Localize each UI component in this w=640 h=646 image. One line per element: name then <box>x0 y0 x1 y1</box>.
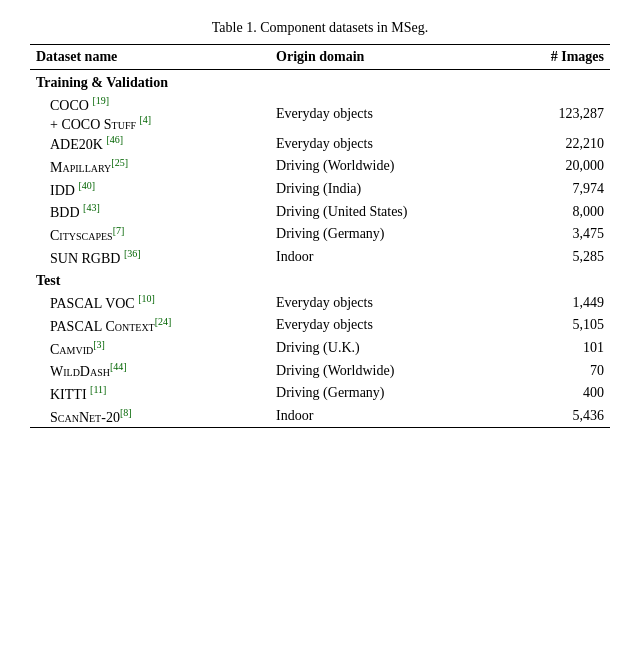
dataset-name-cell: WildDash[44] <box>30 359 270 382</box>
col-header-dataset: Dataset name <box>30 45 270 70</box>
dataset-name-cell: SUN RGBD [36] <box>30 246 270 269</box>
table-header-row: Dataset name Origin domain # Images <box>30 45 610 70</box>
table-row: COCO [19]+ COCO Stuff [4]Everyday object… <box>30 93 610 132</box>
origin-cell: Driving (Germany) <box>270 382 504 405</box>
table-row: SUN RGBD [36]Indoor5,285 <box>30 246 610 269</box>
dataset-name-cell: PASCAL Context[24] <box>30 314 270 337</box>
images-cell: 3,475 <box>504 223 610 246</box>
table-row: KITTI [11]Driving (Germany)400 <box>30 382 610 405</box>
section-header-label: Training & Validation <box>30 70 610 94</box>
dataset-name-cell: PASCAL VOC [10] <box>30 291 270 314</box>
origin-cell: Driving (Worldwide) <box>270 155 504 178</box>
origin-cell: Driving (India) <box>270 178 504 201</box>
table-row: ADE20K [46]Everyday objects22,210 <box>30 132 610 155</box>
dataset-name-cell: BDD [43] <box>30 200 270 223</box>
images-cell: 5,105 <box>504 314 610 337</box>
origin-cell: Driving (Worldwide) <box>270 359 504 382</box>
images-cell: 8,000 <box>504 200 610 223</box>
images-cell: 22,210 <box>504 132 610 155</box>
images-cell: 70 <box>504 359 610 382</box>
table-row: Test <box>30 268 610 291</box>
origin-cell: Everyday objects <box>270 291 504 314</box>
images-cell: 400 <box>504 382 610 405</box>
table-row: IDD [40]Driving (India)7,974 <box>30 178 610 201</box>
table-row: Training & Validation <box>30 70 610 94</box>
section-header-label: Test <box>30 268 610 291</box>
dataset-name-cell: ADE20K [46] <box>30 132 270 155</box>
origin-cell: Everyday objects <box>270 314 504 337</box>
table-caption: Table 1. Component datasets in MSeg. <box>30 20 610 36</box>
images-cell: 1,449 <box>504 291 610 314</box>
table-row: Mapillary[25]Driving (Worldwide)20,000 <box>30 155 610 178</box>
table-row: PASCAL VOC [10]Everyday objects1,449 <box>30 291 610 314</box>
origin-cell: Driving (United States) <box>270 200 504 223</box>
dataset-name-cell: KITTI [11] <box>30 382 270 405</box>
dataset-name-cell: Camvid[3] <box>30 337 270 360</box>
dataset-name-cell: Cityscapes[7] <box>30 223 270 246</box>
table-row: ScanNet-20[8]Indoor5,436 <box>30 405 610 428</box>
origin-cell: Everyday objects <box>270 132 504 155</box>
table-row: PASCAL Context[24]Everyday objects5,105 <box>30 314 610 337</box>
origin-cell: Everyday objects <box>270 93 504 132</box>
images-cell: 101 <box>504 337 610 360</box>
images-cell: 7,974 <box>504 178 610 201</box>
col-header-origin: Origin domain <box>270 45 504 70</box>
images-cell: 20,000 <box>504 155 610 178</box>
origin-cell: Indoor <box>270 405 504 428</box>
images-cell: 5,285 <box>504 246 610 269</box>
table-row: Cityscapes[7]Driving (Germany)3,475 <box>30 223 610 246</box>
origin-cell: Driving (U.K.) <box>270 337 504 360</box>
images-cell: 5,436 <box>504 405 610 428</box>
dataset-table: Dataset name Origin domain # Images Trai… <box>30 44 610 428</box>
origin-cell: Driving (Germany) <box>270 223 504 246</box>
dataset-name-cell: COCO [19]+ COCO Stuff [4] <box>30 93 270 132</box>
table-row: WildDash[44]Driving (Worldwide)70 <box>30 359 610 382</box>
images-cell: 123,287 <box>504 93 610 132</box>
table-row: BDD [43]Driving (United States)8,000 <box>30 200 610 223</box>
dataset-name-cell: ScanNet-20[8] <box>30 405 270 428</box>
dataset-name-cell: IDD [40] <box>30 178 270 201</box>
col-header-images: # Images <box>504 45 610 70</box>
origin-cell: Indoor <box>270 246 504 269</box>
dataset-name-cell: Mapillary[25] <box>30 155 270 178</box>
table-row: Camvid[3]Driving (U.K.)101 <box>30 337 610 360</box>
